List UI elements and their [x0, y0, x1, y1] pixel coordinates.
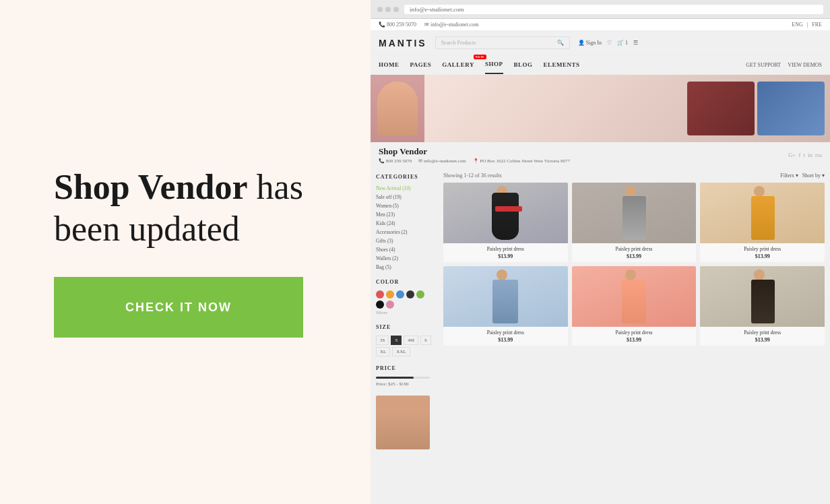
social-facebook[interactable]: f [798, 152, 800, 158]
sortby-button[interactable]: Short by ▾ [802, 172, 825, 179]
head-5 [625, 270, 636, 280]
product-name-6: Paisley print dress [703, 329, 822, 336]
product-card-1[interactable]: Paisley print dress $13.99 [443, 183, 568, 262]
size-xl[interactable]: XL [376, 347, 390, 356]
lang-sep: | [807, 22, 808, 28]
product-info-1: Paisley print dress $13.99 [443, 243, 568, 262]
product-image-1 [443, 183, 568, 243]
sidebar-category-women[interactable]: Women (5) [376, 203, 432, 209]
nav-pages[interactable]: PAGES [410, 56, 432, 73]
head-4 [497, 270, 507, 280]
social-rss[interactable]: rss [815, 152, 822, 158]
vendor-bar-left: Shop Vendor 📞 800 259 5070 ✉ info@e-stud… [379, 146, 570, 164]
headline: Shop Vendor hasbeen updated [54, 166, 317, 251]
product-name-3: Paisley print dress [703, 246, 822, 252]
body-6 [751, 280, 775, 323]
products-controls: Filters ▾ Short by ▾ [780, 172, 825, 179]
product-image-2 [572, 183, 697, 243]
products-header: Showing 1-12 of 36 results Filters ▾ Sho… [443, 172, 825, 179]
color-pink[interactable] [386, 301, 394, 309]
account-icon[interactable]: 👤 Sign In [578, 40, 602, 46]
nav-home[interactable]: HOME [379, 56, 400, 73]
color-more: Silver [376, 310, 432, 315]
view-demos-link[interactable]: VIEW DEMOS [788, 62, 822, 68]
size-s[interactable]: S [391, 336, 402, 345]
nav-gallery[interactable]: GALLERY NEW [442, 56, 474, 73]
language-selector[interactable]: ENG | FRE [792, 22, 822, 28]
hero-banner [371, 75, 830, 142]
product-price-3: $13.99 [703, 253, 822, 259]
product-price-2: $13.99 [575, 253, 694, 259]
color-dark[interactable] [406, 290, 414, 298]
sidebar-category-sale[interactable]: Sale off (19) [376, 194, 432, 200]
site-topbar: 📞 800 259 5070 ✉ info@e-studionet.com EN… [371, 19, 830, 31]
wishlist-icon[interactable]: ♡ [607, 40, 612, 46]
vendor-phone: 📞 800 259 5070 [379, 158, 412, 164]
sidebar-category-shoes[interactable]: Shoes (4) [376, 247, 432, 253]
size-s2[interactable]: S [420, 336, 431, 345]
website: 📞 800 259 5070 ✉ info@e-studionet.com EN… [371, 19, 830, 504]
get-support-link[interactable]: GET SUPPORT [746, 62, 781, 68]
sidebar-category-wallets[interactable]: Wallets (2) [376, 255, 432, 261]
product-price-1: $13.99 [446, 253, 565, 259]
social-twitter[interactable]: t [803, 152, 805, 158]
browser-dots [377, 7, 399, 12]
product-card-5[interactable]: Paisley print dress $13.99 [572, 266, 697, 346]
size-4m[interactable]: 4M [404, 336, 418, 345]
sidebar-divider-1 [376, 274, 432, 275]
url-bar[interactable]: info@e-studionet.com [404, 5, 823, 14]
dot-yellow [385, 7, 391, 12]
figure-1 [488, 186, 522, 240]
search-bar[interactable]: Search Products 🔍 [435, 36, 570, 49]
head-2 [625, 186, 636, 197]
product-name-1: Paisley print dress [446, 246, 565, 252]
color-green[interactable] [416, 290, 424, 298]
head-6 [754, 270, 765, 280]
social-google[interactable]: G+ [788, 152, 796, 158]
sidebar-thumbnail [376, 396, 430, 449]
stripe-1 [495, 206, 522, 212]
color-orange[interactable] [386, 290, 394, 298]
size-options: 3S S 4M S XL XXL [376, 336, 432, 356]
sweater-product [687, 82, 755, 135]
nav-blog[interactable]: BLOG [514, 56, 533, 73]
sidebar-divider-2 [376, 319, 432, 320]
nav-elements[interactable]: ELEMENTS [544, 56, 580, 73]
color-red[interactable] [376, 290, 384, 298]
product-info-2: Paisley print dress $13.99 [572, 243, 697, 262]
site-logo[interactable]: MANTIS [379, 38, 427, 49]
check-it-now-button[interactable]: CHECK IT NOW [54, 277, 303, 338]
sidebar-category-accessories[interactable]: Accessories (2) [376, 229, 432, 235]
cart-icon[interactable]: 🛒 1 [617, 40, 628, 46]
sidebar-category-new-arrival[interactable]: New Arrival (10) [376, 185, 432, 191]
social-instagram[interactable]: in [808, 152, 812, 158]
vendor-address: 📍 PO Box 1622 Collins Street West Victor… [473, 158, 570, 164]
sidebar-category-men[interactable]: Men (23) [376, 212, 432, 218]
site-nav: HOME PAGES GALLERY NEW SHOP BLOG ELEMENT… [371, 55, 830, 75]
lang-fre[interactable]: FRE [812, 22, 822, 28]
size-xxl[interactable]: XXL [392, 347, 410, 356]
sidebar-category-gifts[interactable]: Gifts (3) [376, 238, 432, 244]
search-icon[interactable]: 🔍 [557, 40, 564, 46]
product-card-2[interactable]: Paisley print dress $13.99 [572, 183, 697, 262]
nav-shop[interactable]: SHOP [485, 55, 503, 74]
figure-6 [746, 270, 779, 323]
price-slider-fill [376, 377, 414, 379]
menu-icon[interactable]: ☰ [633, 40, 638, 46]
site-header: MANTIS Search Products 🔍 👤 Sign In ♡ 🛒 1… [371, 31, 830, 55]
lang-eng[interactable]: ENG [792, 22, 802, 28]
sidebar-category-kids[interactable]: Kids (24) [376, 220, 432, 226]
sidebar-category-bag[interactable]: Bag (5) [376, 264, 432, 270]
filters-button[interactable]: Filters ▾ [780, 172, 798, 179]
size-3s[interactable]: 3S [376, 336, 389, 345]
price-title: PRICE [376, 365, 432, 371]
vendor-title: Shop Vendor [379, 146, 570, 157]
price-slider[interactable] [376, 377, 430, 379]
sidebar-divider-4 [376, 391, 432, 391]
product-card-3[interactable]: Paisley print dress $13.99 [700, 183, 825, 262]
color-blue[interactable] [396, 290, 404, 298]
product-card-6[interactable]: Paisley print dress $13.99 [700, 266, 825, 346]
product-card-4[interactable]: Paisley print dress $13.99 [443, 266, 568, 346]
color-black[interactable] [376, 301, 384, 309]
price-range: Price: $25 - $190 [376, 377, 432, 387]
